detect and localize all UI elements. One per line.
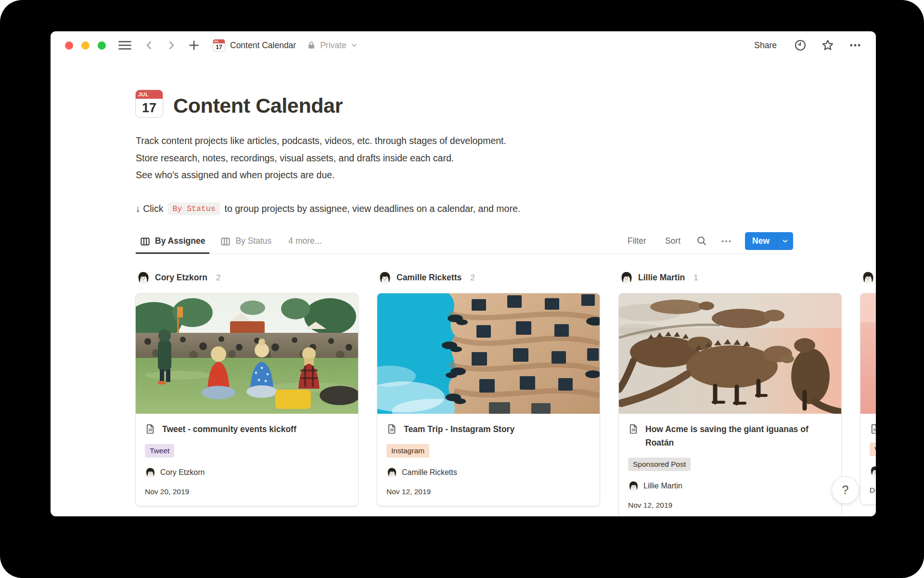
tag-tweet: Tweet: [145, 444, 174, 458]
board-view-icon: [220, 236, 231, 247]
column-count: 1: [693, 273, 698, 283]
hint-prefix: ↓ Click: [136, 203, 163, 214]
view-options-button[interactable]: [720, 236, 732, 247]
avatar: [620, 271, 633, 284]
board-column-partial: V D: [860, 271, 876, 504]
filter-button[interactable]: Filter: [625, 236, 649, 247]
tag-sponsored-post: Sponsored Post: [628, 458, 691, 471]
column-count: 2: [470, 273, 475, 283]
board-card[interactable]: Team Trip - Instagram Story Instagram Ca…: [377, 293, 600, 506]
column-name: Camille Ricketts: [397, 273, 462, 283]
card-title: Tweet - community events kickoff: [162, 422, 296, 436]
lock-icon: [307, 40, 316, 50]
updates-button[interactable]: [794, 39, 807, 52]
board-card[interactable]: How Acme is saving the giant iguanas of …: [619, 293, 841, 517]
board-column-lillie-martin: Lillie Martin 1: [619, 271, 841, 517]
card-date: Nov 12, 2019: [628, 501, 832, 510]
card-cover-festival-photo: [136, 293, 358, 414]
card-cover-building-photo: [377, 293, 600, 414]
new-button-label: New: [745, 232, 777, 250]
chevron-down-icon: [350, 41, 358, 49]
card-assignee: Cory Etzkorn: [145, 467, 349, 478]
screenshot-backdrop: JUL 17 Content Calendar Private Share: [0, 0, 924, 578]
column-header[interactable]: Cory Etzkorn 2: [136, 271, 358, 285]
chevron-right-icon: [166, 40, 177, 51]
tab-by-assignee[interactable]: By Assignee: [136, 229, 209, 254]
ellipsis-icon: [720, 236, 732, 247]
board-view-icon: [140, 236, 150, 247]
tag-partial: V: [870, 443, 876, 456]
page-icon: [628, 423, 639, 434]
hint-suffix: to group projects by assignee, view dead…: [225, 203, 521, 214]
inline-code-by-status: By Status: [168, 202, 219, 215]
new-page-button[interactable]: [188, 39, 200, 51]
page-icon: [870, 423, 876, 434]
new-dropdown-button[interactable]: [777, 232, 793, 250]
view-actions: Filter Sort New: [625, 232, 793, 250]
card-assignee: [870, 466, 876, 476]
search-icon: [696, 236, 707, 247]
column-header[interactable]: Lillie Martin 1: [619, 271, 841, 285]
avatar: [378, 271, 391, 284]
chevron-down-icon: [782, 237, 789, 245]
card-body: Team Trip - Instagram Story Instagram Ca…: [377, 414, 600, 506]
search-button[interactable]: [696, 236, 707, 247]
new-button[interactable]: New: [745, 232, 793, 250]
star-icon: [821, 39, 834, 52]
toolbar-actions: Share: [751, 39, 861, 52]
page-title: Content Calendar: [173, 94, 343, 117]
privacy-label: Private: [320, 40, 346, 51]
nav-forward-button[interactable]: [166, 40, 177, 51]
favorite-button[interactable]: [821, 39, 834, 52]
chevron-left-icon: [144, 40, 154, 51]
card-cover-pink-photo: [860, 293, 876, 414]
plus-icon: [188, 39, 200, 51]
board-view: Cory Etzkorn 2: [136, 271, 876, 517]
board-card[interactable]: V D: [860, 293, 876, 504]
card-date: D: [870, 486, 876, 495]
hint-line: ↓ Click By Status to group projects by a…: [136, 202, 800, 215]
avatar: [870, 466, 876, 476]
tag-instagram: Instagram: [386, 444, 429, 458]
sort-button[interactable]: Sort: [662, 236, 683, 247]
column-header[interactable]: [860, 271, 876, 285]
share-button[interactable]: Share: [751, 40, 780, 51]
card-assignee: Lillie Martin: [628, 481, 832, 491]
nav-back-button[interactable]: [144, 40, 154, 51]
page-icon: [386, 423, 398, 434]
close-button[interactable]: [65, 41, 73, 50]
card-body: V D: [860, 414, 876, 504]
privacy-selector[interactable]: Private: [307, 40, 358, 51]
help-button[interactable]: ?: [832, 477, 859, 503]
breadcrumb[interactable]: JUL 17 Content Calendar: [213, 39, 296, 51]
calendar-emoji: JUL 17: [213, 39, 225, 51]
zoom-button[interactable]: [98, 41, 106, 50]
window-toolbar: JUL 17 Content Calendar Private Share: [51, 31, 876, 59]
card-assignee: Camille Ricketts: [386, 467, 590, 478]
page-icon-calendar-emoji[interactable]: JUL 17: [136, 90, 163, 117]
more-views-link[interactable]: 4 more...: [285, 236, 324, 247]
avatar: [386, 467, 397, 478]
column-name: Lillie Martin: [638, 273, 685, 283]
avatar: [137, 271, 150, 284]
card-body: Tweet - community events kickoff Tweet C…: [136, 414, 358, 506]
card-cover-iguanas-photo: [619, 293, 841, 414]
card-title: Team Trip - Instagram Story: [404, 422, 514, 436]
page-icon: [145, 423, 156, 434]
avatar: [861, 271, 874, 284]
notion-window: JUL 17 Content Calendar Private Share: [51, 31, 876, 516]
hamburger-icon: [118, 40, 131, 50]
page-header: JUL 17 Content Calendar: [136, 90, 876, 117]
page-description: Track content projects like articles, po…: [136, 132, 793, 184]
board-card[interactable]: Tweet - community events kickoff Tweet C…: [136, 293, 358, 506]
description-line: Track content projects like articles, po…: [136, 132, 793, 150]
clock-icon: [794, 39, 807, 52]
more-options-button[interactable]: [849, 39, 861, 52]
sidebar-toggle-button[interactable]: [118, 40, 131, 50]
board-column-camille-ricketts: Camille Ricketts 2: [377, 271, 600, 506]
minimize-button[interactable]: [81, 41, 90, 50]
tab-by-status[interactable]: By Status: [216, 229, 276, 254]
ellipsis-icon: [849, 39, 861, 52]
column-header[interactable]: Camille Ricketts 2: [377, 271, 600, 285]
avatar: [628, 481, 639, 491]
